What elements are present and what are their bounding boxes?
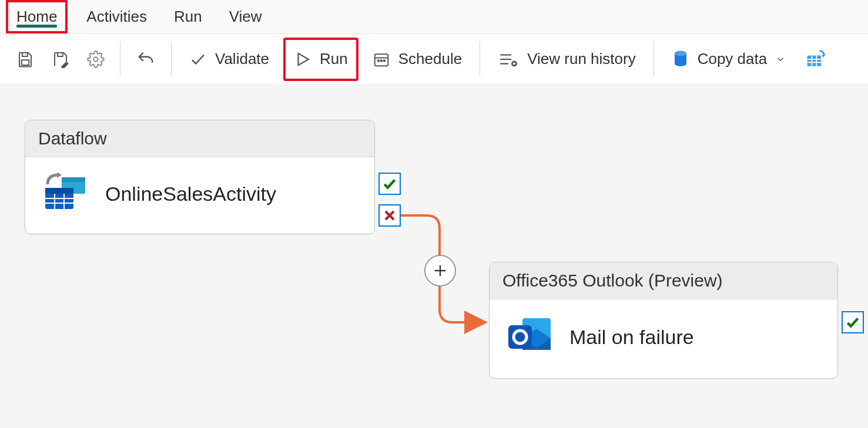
copy-data-label: Copy data xyxy=(698,50,768,68)
svg-marker-2 xyxy=(299,53,309,65)
outlook-activity-name: Mail on failure xyxy=(569,326,694,349)
svg-rect-38 xyxy=(508,325,532,349)
svg-point-14 xyxy=(675,50,686,56)
on-success-handle[interactable] xyxy=(378,173,401,195)
svg-rect-15 xyxy=(807,55,822,66)
dataflow-activity-name: OnlineSalesActivity xyxy=(105,183,276,205)
svg-rect-23 xyxy=(62,177,85,182)
gear-icon xyxy=(87,50,105,68)
on-success-handle[interactable] xyxy=(842,311,864,333)
tab-bar: Home Activities Run View xyxy=(0,0,868,34)
schedule-button[interactable]: Schedule xyxy=(364,40,470,79)
dataflow-icon xyxy=(42,173,90,215)
svg-point-5 xyxy=(377,60,379,62)
dataflow-activity-node[interactable]: Dataflow OnlineSalesActivity xyxy=(25,120,375,234)
save-icon xyxy=(16,50,34,68)
calendar-icon xyxy=(373,50,390,68)
toolbar-divider xyxy=(653,42,654,76)
validate-label: Validate xyxy=(215,50,269,68)
run-label: Run xyxy=(320,50,348,68)
tab-activities[interactable]: Activities xyxy=(78,0,155,33)
run-button[interactable]: Run xyxy=(283,38,358,81)
save-pencil-icon xyxy=(52,50,69,68)
check-icon xyxy=(382,176,397,191)
toolbar-divider xyxy=(120,42,120,76)
outlook-activity-node[interactable]: Office365 Outlook (Preview) Mail on fail… xyxy=(489,262,838,379)
toolbar-divider xyxy=(171,42,172,76)
check-icon xyxy=(845,315,860,330)
view-run-history-button[interactable]: View run history xyxy=(490,40,644,79)
tab-home[interactable]: Home xyxy=(6,0,68,33)
svg-point-1 xyxy=(93,57,98,62)
copy-data-button[interactable]: Copy data xyxy=(663,40,795,79)
settings-button[interactable] xyxy=(81,40,110,79)
on-failure-handle[interactable] xyxy=(378,204,401,227)
view-run-history-label: View run history xyxy=(527,50,636,68)
table-arrow-icon xyxy=(806,49,826,69)
database-icon xyxy=(672,49,689,69)
tab-view[interactable]: View xyxy=(221,0,270,33)
copy-data-assistant-button[interactable] xyxy=(800,40,832,79)
svg-point-7 xyxy=(383,60,385,62)
play-icon xyxy=(294,50,311,68)
outlook-node-title: Office365 Outlook (Preview) xyxy=(490,262,837,299)
validate-button[interactable]: Validate xyxy=(181,40,277,79)
svg-marker-30 xyxy=(57,173,62,178)
undo-icon xyxy=(136,49,156,69)
svg-marker-20 xyxy=(822,55,825,58)
x-icon xyxy=(383,208,397,223)
add-activity-button[interactable] xyxy=(424,255,456,287)
save-as-button[interactable] xyxy=(46,40,75,79)
undo-button[interactable] xyxy=(130,40,162,79)
toolbar-divider xyxy=(480,42,480,76)
svg-rect-0 xyxy=(22,60,29,65)
dataflow-node-title: Dataflow xyxy=(25,120,374,157)
svg-rect-25 xyxy=(45,188,73,194)
list-play-icon xyxy=(498,50,519,68)
pipeline-canvas[interactable]: Dataflow OnlineSalesActivity xyxy=(0,85,868,428)
chevron-down-icon xyxy=(775,54,786,65)
tab-run[interactable]: Run xyxy=(166,0,210,33)
schedule-label: Schedule xyxy=(398,50,462,68)
toolbar: Validate Run Schedule View run history C… xyxy=(0,34,868,85)
plus-icon xyxy=(432,262,448,279)
svg-point-6 xyxy=(380,60,382,62)
check-icon xyxy=(189,50,207,68)
outlook-icon xyxy=(506,315,554,359)
save-button[interactable] xyxy=(11,40,40,79)
